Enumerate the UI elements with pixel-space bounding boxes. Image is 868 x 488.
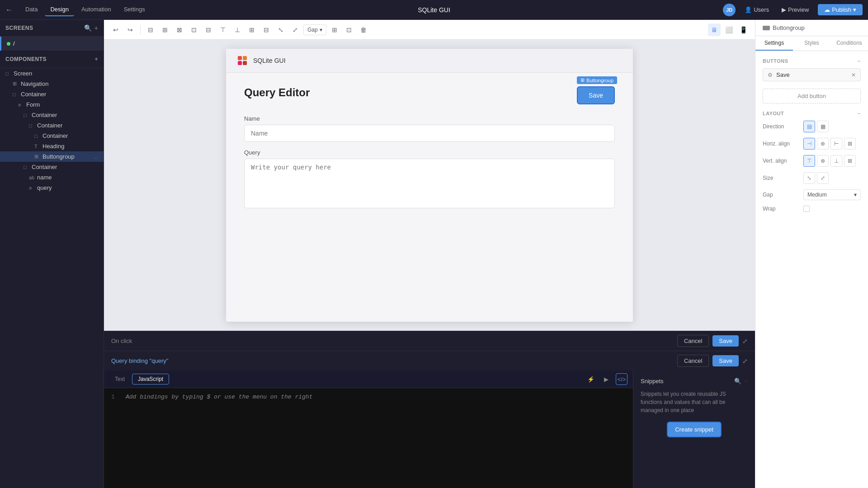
tree-item-container-4[interactable]: □ Container <box>0 131 104 141</box>
code-icon[interactable]: </> <box>616 373 627 385</box>
vert-align-bottom-button[interactable]: ⊥ <box>830 155 842 167</box>
redo-button[interactable]: ↪ <box>124 23 137 36</box>
vert-align-space-button[interactable]: ⊠ <box>844 155 856 167</box>
horiz-align-center-button[interactable]: ⊕ <box>817 138 829 150</box>
horiz-align-space-button[interactable]: ⊠ <box>844 138 856 150</box>
align-center-h-button[interactable]: ⊠ <box>173 23 186 36</box>
align-center-v-button[interactable]: ⊡ <box>188 23 200 36</box>
direction-row-button[interactable]: ▤ <box>803 121 815 132</box>
preview-button[interactable]: ▶ Preview <box>778 5 812 15</box>
desktop-device-button[interactable]: 🖥 <box>708 23 721 36</box>
snippets-title: Snippets <box>641 378 664 385</box>
container-icon-3: □ <box>29 123 35 128</box>
align-right-button[interactable]: ⊞ <box>159 23 171 36</box>
back-button[interactable]: ← <box>5 6 13 14</box>
tree-item-buttongroup[interactable]: ⊞ Buttongroup ... <box>0 151 104 162</box>
button-item-gear-icon[interactable]: ⚙ <box>768 72 773 78</box>
publish-button[interactable]: ☁ Publish ▾ <box>818 4 863 15</box>
on-click-expand-button[interactable]: ⤢ <box>742 338 748 345</box>
name-form-group: Name <box>244 115 615 142</box>
distribute-h-button[interactable]: ⊟ <box>202 23 215 36</box>
right-panel-body: BUTTONS − ⚙ Save ✕ Add button LAYOUT − D… <box>755 51 868 225</box>
nav-tab-data[interactable]: Data <box>20 3 43 16</box>
tree-item-dots[interactable]: ... <box>94 154 98 160</box>
tree-item-heading[interactable]: T Heading <box>0 141 104 151</box>
align-top-button[interactable]: ⊤ <box>217 23 229 36</box>
align-middle-button[interactable]: ⊞ <box>245 23 258 36</box>
wrap-checkbox[interactable] <box>803 206 810 212</box>
buttons-collapse-button[interactable]: − <box>858 58 861 64</box>
delete-button[interactable]: 🗑 <box>357 23 370 36</box>
vert-align-middle-button[interactable]: ⊕ <box>817 155 829 167</box>
rp-tab-settings[interactable]: Settings <box>755 36 793 51</box>
editor-tab-text[interactable]: Text <box>109 374 130 384</box>
add-button-button[interactable]: Add button <box>763 89 861 103</box>
code-placeholder-text: Add bindings by typing $ or use the menu… <box>126 394 312 400</box>
nav-tab-settings[interactable]: Settings <box>118 3 151 16</box>
layout-collapse-button[interactable]: − <box>858 111 861 116</box>
tablet-device-button[interactable]: ⬜ <box>722 23 735 36</box>
search-icon[interactable]: 🔍 <box>84 24 92 32</box>
run-icon[interactable]: ▶ <box>600 373 612 385</box>
button-group-label: ⊞ Buttongroup <box>577 76 617 84</box>
distribute-v-button[interactable]: ⊟ <box>260 23 273 36</box>
add-screen-icon[interactable]: + <box>94 24 98 32</box>
tree-item-form[interactable]: ≡ Form <box>0 99 104 110</box>
name-input[interactable] <box>244 125 615 142</box>
tree-item-navigation[interactable]: ⊞ Navigation <box>0 79 104 89</box>
button-item-close-icon[interactable]: ✕ <box>851 72 856 78</box>
align-bottom-button[interactable]: ⊥ <box>231 23 244 36</box>
canvas-toolbar: ↩ ↪ ⊟ ⊞ ⊠ ⊡ ⊟ ⊤ ⊥ ⊞ ⊟ ⤡ ⤢ Gap ▾ ⊞ ⊡ 🗑 🖥 … <box>104 20 755 40</box>
users-button[interactable]: 👤 Users <box>741 5 773 15</box>
undo-button[interactable]: ↩ <box>109 23 122 36</box>
tree-item-name[interactable]: ab name <box>0 172 104 183</box>
nav-tab-automation[interactable]: Automation <box>76 3 117 16</box>
editor-left: Text JavaScript ⚡ ▶ </> 1 Add bindings b… <box>104 371 633 488</box>
grid-view-button[interactable]: ⊞ <box>328 23 341 36</box>
editor-tab-javascript[interactable]: JavaScript <box>132 374 169 385</box>
snippets-actions: 🔍 + <box>734 378 748 385</box>
query-binding-save-button[interactable]: Save <box>712 355 739 366</box>
query-binding-cancel-button[interactable]: Cancel <box>677 355 709 367</box>
align-left-button[interactable]: ⊟ <box>144 23 157 36</box>
duplicate-button[interactable]: ⊡ <box>343 23 355 36</box>
screen-item-root[interactable]: / <box>0 37 104 51</box>
tree-item-query[interactable]: ≡ query <box>0 183 104 193</box>
tree-item-screen[interactable]: □ Screen <box>0 68 104 79</box>
horiz-align-right-button[interactable]: ⊢ <box>830 138 842 150</box>
tree-item-container-1[interactable]: □ Container <box>0 89 104 99</box>
mobile-device-button[interactable]: 📱 <box>737 23 750 36</box>
nav-tab-design[interactable]: Design <box>45 3 74 16</box>
tree-item-container-2[interactable]: □ Container <box>0 110 104 120</box>
gap-chevron-icon: ▾ <box>320 27 322 33</box>
lightning-icon[interactable]: ⚡ <box>585 373 597 385</box>
editor-tabs: Text JavaScript ⚡ ▶ </> <box>104 371 633 388</box>
expand-button[interactable]: ⤢ <box>289 23 302 36</box>
vert-align-top-button[interactable]: ⊤ <box>803 155 815 167</box>
query-binding-expand-button[interactable]: ⤢ <box>742 357 748 365</box>
query-textarea[interactable] <box>244 159 615 208</box>
vert-align-row: Vert. align ⊤ ⊕ ⊥ ⊠ <box>763 155 861 167</box>
on-click-save-button[interactable]: Save <box>712 335 739 347</box>
rp-tab-styles[interactable]: Styles <box>793 36 830 51</box>
canvas-save-button[interactable]: Save <box>577 86 615 104</box>
tree-item-container-3[interactable]: □ Container <box>0 120 104 131</box>
tree-item-container-5[interactable]: □ Container <box>0 162 104 172</box>
size-shrink-button[interactable]: ⤡ <box>803 172 815 184</box>
rp-tab-conditions[interactable]: Conditions <box>830 36 868 51</box>
direction-options: ▤ ▦ <box>803 121 829 132</box>
tree-label-container-1: Container <box>21 91 46 98</box>
snippets-add-icon[interactable]: + <box>744 378 748 385</box>
horiz-align-left-button[interactable]: ⊣ <box>803 138 815 150</box>
shrink-button[interactable]: ⤡ <box>274 23 287 36</box>
direction-col-button[interactable]: ▦ <box>817 121 829 132</box>
editor-right-panel: Snippets 🔍 + Snippets let you create reu… <box>633 371 755 488</box>
query-binding-actions: Cancel Save ⤢ <box>677 355 748 367</box>
on-click-cancel-button[interactable]: Cancel <box>677 335 709 347</box>
size-expand-button[interactable]: ⤢ <box>817 172 829 184</box>
gap-selector[interactable]: Gap ▾ <box>303 24 326 35</box>
snippets-search-icon[interactable]: 🔍 <box>734 378 741 385</box>
gap-dropdown[interactable]: Medium ▾ <box>803 189 861 200</box>
create-snippet-button[interactable]: Create snippet <box>667 422 722 437</box>
add-component-button[interactable]: + <box>94 56 98 62</box>
